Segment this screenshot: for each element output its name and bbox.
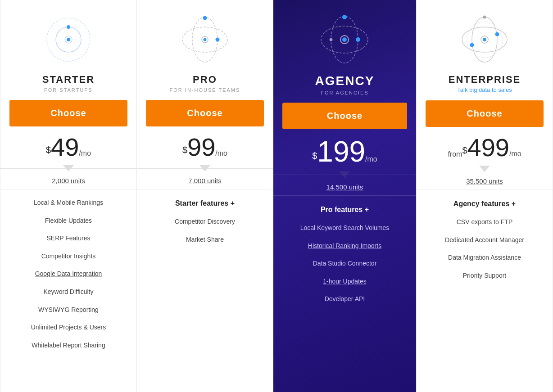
starter-price-dollar: $ bbox=[46, 145, 51, 155]
svg-point-8 bbox=[203, 38, 206, 41]
agency-choose-button[interactable]: Choose bbox=[282, 103, 407, 129]
pro-price-area: $99/mo bbox=[182, 135, 227, 160]
feature-keyword-difficulty: Keyword Difficulty bbox=[36, 283, 100, 301]
pro-units: 7,000 units bbox=[137, 171, 273, 189]
starter-divider bbox=[0, 165, 136, 171]
agency-price-area: $199/mo bbox=[312, 137, 377, 166]
agency-price-dollar: $ bbox=[312, 151, 317, 161]
plan-starter: STARTER FOR STARTUPS Choose $49/mo 2,000… bbox=[0, 0, 137, 392]
pro-plan-subtitle: FOR IN-HOUSE TEAMS bbox=[170, 87, 240, 93]
svg-point-17 bbox=[330, 38, 333, 41]
pro-icon bbox=[178, 13, 232, 67]
feature-csv-ftp: CSV exports to FTP bbox=[449, 213, 520, 231]
enterprise-price-number: 499 bbox=[467, 133, 509, 162]
agency-features: Pro features + Local Keyword Search Volu… bbox=[273, 196, 416, 308]
starter-choose-button[interactable]: Choose bbox=[9, 100, 127, 126]
svg-point-14 bbox=[342, 37, 347, 42]
agency-icon bbox=[317, 13, 372, 67]
svg-point-15 bbox=[356, 37, 360, 42]
pro-price-number: 99 bbox=[187, 133, 215, 161]
feature-unlimited-projects: Unlimited Projects & Users bbox=[24, 319, 113, 337]
agency-arrow bbox=[339, 171, 350, 178]
starter-price-area: $49/mo bbox=[46, 135, 91, 160]
feature-competitor-discovery: Competitor Discovery bbox=[168, 213, 242, 231]
pro-price-mo: /mo bbox=[215, 149, 227, 157]
feature-developer-api: Developer API bbox=[317, 290, 372, 308]
pro-icon-area bbox=[137, 0, 273, 71]
plan-enterprise: ENTERPRISE Talk big data to sales Choose… bbox=[417, 0, 553, 392]
pricing-grid: STARTER FOR STARTUPS Choose $49/mo 2,000… bbox=[0, 0, 553, 392]
feature-data-studio: Data Studio Connector bbox=[306, 255, 384, 273]
enterprise-price-mo: /mo bbox=[509, 150, 521, 158]
feature-market-share: Market Share bbox=[179, 231, 231, 249]
enterprise-talk-link[interactable]: Talk big data to sales bbox=[457, 86, 512, 93]
feature-flexible-updates: Flexible Updates bbox=[38, 212, 99, 230]
starter-icon-area bbox=[0, 0, 136, 71]
plan-agency: AGENCY FOR AGENCIES Choose $199/mo 14,50… bbox=[273, 0, 417, 392]
svg-point-23 bbox=[495, 32, 499, 36]
svg-point-24 bbox=[470, 43, 474, 47]
svg-point-16 bbox=[342, 15, 347, 19]
feature-historical-ranking: Historical Ranking Imports bbox=[301, 237, 389, 255]
feature-1hour-updates: 1-hour Updates bbox=[316, 273, 374, 291]
starter-features: Local & Mobile Rankings Flexible Updates… bbox=[0, 189, 136, 354]
enterprise-price-dollar: $ bbox=[462, 145, 467, 155]
starter-plan-subtitle: FOR STARTUPS bbox=[44, 87, 93, 93]
starter-units: 2,000 units bbox=[0, 171, 136, 189]
enterprise-plan-name: ENTERPRISE bbox=[449, 74, 521, 86]
pro-feature-header: Starter features + bbox=[175, 194, 235, 213]
feature-whitelabel: Whitelabel Report Sharing bbox=[24, 337, 112, 355]
enterprise-feature-header: Agency features + bbox=[453, 194, 516, 213]
pro-features: Starter features + Competitor Discovery … bbox=[137, 189, 273, 248]
pro-divider bbox=[137, 165, 273, 171]
plan-pro: PRO FOR IN-HOUSE TEAMS Choose $99/mo 7,0… bbox=[137, 0, 273, 392]
svg-point-22 bbox=[483, 38, 486, 41]
feature-dedicated-manager: Dedicated Account Manager bbox=[438, 231, 531, 249]
agency-feature-header: Pro features + bbox=[321, 200, 369, 219]
feature-local-mobile: Local & Mobile Rankings bbox=[27, 194, 110, 212]
pro-price-dollar: $ bbox=[182, 145, 187, 155]
svg-point-3 bbox=[67, 38, 70, 41]
feature-wysiwyg: WYSIWYG Reporting bbox=[31, 301, 106, 319]
pro-arrow bbox=[199, 165, 210, 171]
feature-local-keyword: Local Keyword Search Volumes bbox=[293, 219, 397, 237]
pro-choose-button[interactable]: Choose bbox=[146, 100, 264, 126]
agency-plan-name: AGENCY bbox=[315, 74, 375, 88]
svg-point-10 bbox=[203, 16, 207, 20]
feature-serp: SERP Features bbox=[39, 230, 97, 248]
pro-plan-name: PRO bbox=[193, 74, 217, 86]
agency-icon-area bbox=[273, 0, 416, 71]
enterprise-icon bbox=[458, 13, 512, 67]
enterprise-icon-area bbox=[417, 0, 553, 71]
enterprise-choose-button[interactable]: Choose bbox=[426, 100, 544, 127]
svg-point-25 bbox=[483, 16, 486, 19]
starter-icon bbox=[41, 13, 95, 67]
feature-priority-support: Priority Support bbox=[456, 267, 513, 285]
agency-divider bbox=[273, 171, 416, 178]
enterprise-units: 35,500 units bbox=[417, 172, 553, 190]
agency-units: 14,500 units bbox=[273, 178, 416, 196]
enterprise-arrow bbox=[479, 166, 490, 172]
svg-point-9 bbox=[215, 38, 219, 42]
feature-google-data: Google Data Integration bbox=[28, 265, 109, 283]
starter-price-number: 49 bbox=[51, 133, 79, 161]
agency-price-mo: /mo bbox=[365, 155, 377, 163]
agency-plan-subtitle: FOR AGENCIES bbox=[321, 90, 369, 95]
feature-data-migration: Data Migration Assistance bbox=[441, 249, 528, 267]
enterprise-features: Agency features + CSV exports to FTP Ded… bbox=[417, 190, 553, 284]
enterprise-price-area: from$499/mo bbox=[448, 135, 521, 160]
feature-competitor-insights: Competitor Insights bbox=[34, 248, 103, 266]
starter-plan-name: STARTER bbox=[42, 74, 95, 86]
starter-price-mo: /mo bbox=[79, 149, 91, 157]
enterprise-price-from: from bbox=[448, 150, 462, 158]
agency-price-number: 199 bbox=[317, 135, 365, 168]
svg-point-4 bbox=[67, 25, 70, 29]
enterprise-divider bbox=[417, 166, 553, 172]
starter-arrow bbox=[63, 165, 74, 171]
